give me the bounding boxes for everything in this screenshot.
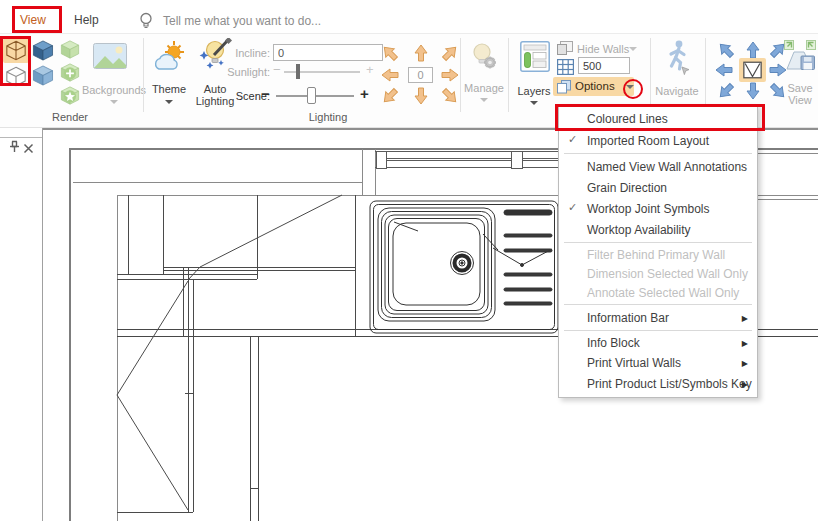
menu-item-grain-direction[interactable]: Grain Direction bbox=[559, 177, 757, 198]
menu-separator bbox=[564, 153, 752, 154]
submenu-arrow-icon: ▶ bbox=[742, 339, 748, 348]
pin-panel-icon[interactable] bbox=[8, 139, 21, 157]
options-button[interactable]: Options bbox=[553, 77, 634, 96]
render-add-button[interactable] bbox=[59, 63, 83, 84]
menu-separator bbox=[564, 330, 752, 331]
render-mode-solid-light-button[interactable] bbox=[31, 65, 55, 87]
options-pages-icon bbox=[557, 80, 572, 98]
annotation-box-view-tab bbox=[12, 6, 62, 33]
annotation-box-coloured-lines bbox=[555, 104, 765, 131]
menu-item-print-product-list-symbols-key[interactable]: Print Product List/Symbols Key ▶ bbox=[559, 373, 757, 394]
scene-minus[interactable]: − bbox=[261, 85, 270, 102]
theme-label: Theme bbox=[149, 83, 189, 95]
sunlight-plus[interactable]: + bbox=[366, 62, 374, 77]
menu-item-worktop-availability[interactable]: Worktop Availability bbox=[559, 219, 757, 240]
scene-plus[interactable]: + bbox=[360, 85, 369, 102]
window bbox=[375, 151, 560, 168]
chevron-down-icon bbox=[165, 100, 173, 104]
save-view-button[interactable]: Save View bbox=[782, 38, 818, 112]
tab-row: View Help Tell me what you want to do... bbox=[0, 0, 818, 34]
tellme-box[interactable]: Tell me what you want to do... bbox=[163, 14, 321, 28]
options-label: Options bbox=[575, 80, 615, 92]
render-group-label: Render bbox=[40, 111, 100, 123]
menu-item-information-bar[interactable]: Information Bar ▶ bbox=[559, 307, 757, 328]
plan-view-button[interactable] bbox=[739, 58, 766, 82]
checkmark-icon: ✓ bbox=[568, 201, 577, 214]
menu-item-worktop-joint-symbols[interactable]: ✓ Worktop Joint Symbols bbox=[559, 198, 757, 219]
render-mode-solid-dark-button[interactable] bbox=[31, 40, 55, 62]
pan-up-left-arrow[interactable] bbox=[716, 40, 736, 60]
sunlight-slider-handle[interactable] bbox=[296, 64, 300, 79]
solid-cube-icon bbox=[31, 47, 55, 64]
plan-view-walls-icon bbox=[743, 61, 762, 83]
group-separator bbox=[650, 38, 651, 112]
navigate-button[interactable]: Navigate bbox=[652, 38, 702, 112]
manage-button[interactable]: Manage bbox=[462, 38, 506, 112]
dock-strip-top-border bbox=[0, 137, 42, 138]
light-direction-value-input[interactable] bbox=[408, 67, 433, 83]
manage-bulb-gear-icon bbox=[470, 42, 500, 76]
menu-item-dimension-selected-wall-only: Dimension Selected Wall Only bbox=[559, 264, 757, 283]
pan-up-arrow[interactable] bbox=[743, 40, 763, 60]
light-direction-up-arrow[interactable] bbox=[411, 43, 431, 63]
light-direction-down-right-arrow[interactable] bbox=[440, 86, 460, 106]
render-quality-button[interactable] bbox=[59, 40, 83, 61]
cabinet-lines bbox=[117, 195, 355, 512]
chevron-down-icon bbox=[110, 100, 118, 104]
light-direction-down-left-arrow[interactable] bbox=[380, 86, 400, 106]
light-direction-down-arrow[interactable] bbox=[411, 86, 431, 106]
theme-button[interactable]: Theme bbox=[147, 38, 191, 112]
theme-sun-cloud-icon bbox=[153, 40, 186, 76]
submenu-arrow-icon: ▶ bbox=[742, 379, 748, 388]
submenu-arrow-icon: ▶ bbox=[742, 313, 748, 322]
close-panel-icon[interactable] bbox=[23, 140, 34, 158]
menu-item-annotate-selected-wall-only: Annotate Selected Wall Only bbox=[559, 283, 757, 302]
grid-size-input[interactable] bbox=[578, 57, 630, 74]
lightbulb-icon bbox=[139, 12, 153, 34]
incline-input[interactable] bbox=[273, 44, 383, 61]
annotation-box-render-buttons bbox=[0, 36, 31, 86]
group-separator bbox=[460, 38, 461, 112]
light-direction-up-left-arrow[interactable] bbox=[380, 43, 400, 63]
incline-label: Incline: bbox=[228, 47, 270, 59]
pan-down-arrow[interactable] bbox=[743, 81, 763, 101]
green-cube-plus-icon bbox=[59, 68, 81, 85]
layers-button[interactable]: Layers bbox=[513, 38, 555, 112]
door-swing-diagonals bbox=[117, 195, 342, 510]
backgrounds-button[interactable]: Backgrounds bbox=[86, 40, 142, 112]
sink-unit bbox=[370, 201, 558, 333]
chevron-down-icon bbox=[480, 98, 488, 102]
hide-walls-icon bbox=[557, 41, 573, 59]
light-direction-up-right-arrow[interactable] bbox=[440, 43, 460, 63]
sink-bowl bbox=[378, 208, 495, 321]
tab-help[interactable]: Help bbox=[74, 13, 99, 27]
group-separator bbox=[143, 38, 144, 112]
pan-down-left-arrow[interactable] bbox=[716, 81, 736, 101]
lighting-group-label: Lighting bbox=[297, 111, 359, 123]
menu-item-imported-room-layout[interactable]: ✓ Imported Room Layout bbox=[559, 130, 757, 151]
submenu-arrow-icon: ▶ bbox=[742, 359, 748, 368]
menu-item-named-view-wall-annotations[interactable]: Named View Wall Annotations bbox=[559, 156, 757, 177]
scene-slider-handle[interactable] bbox=[307, 87, 316, 104]
menu-item-print-virtual-walls[interactable]: Print Virtual Walls ▶ bbox=[559, 353, 757, 373]
chevron-down-icon bbox=[629, 47, 637, 51]
checkmark-icon: ✓ bbox=[568, 133, 577, 146]
sunlight-label: Sunlight: bbox=[226, 66, 270, 78]
group-separator bbox=[508, 38, 509, 112]
menu-separator bbox=[564, 242, 752, 243]
annotation-circle-options-dropdown bbox=[623, 79, 643, 99]
layers-icon bbox=[520, 41, 550, 76]
green-cube-icon bbox=[59, 45, 81, 62]
layers-label: Layers bbox=[513, 85, 555, 97]
hide-walls-button[interactable]: Hide Walls bbox=[555, 40, 639, 57]
backgrounds-icon bbox=[93, 43, 127, 73]
manage-label: Manage bbox=[462, 82, 506, 94]
navigate-label: Navigate bbox=[649, 85, 705, 97]
group-separator bbox=[705, 38, 706, 112]
sink-drain bbox=[451, 252, 474, 275]
solid-cube-icon bbox=[31, 72, 55, 89]
menu-item-info-block[interactable]: Info Block ▶ bbox=[559, 333, 757, 353]
sunlight-minus[interactable]: − bbox=[273, 62, 281, 77]
grid-size-icon bbox=[557, 59, 574, 79]
navigate-person-icon bbox=[662, 39, 694, 83]
